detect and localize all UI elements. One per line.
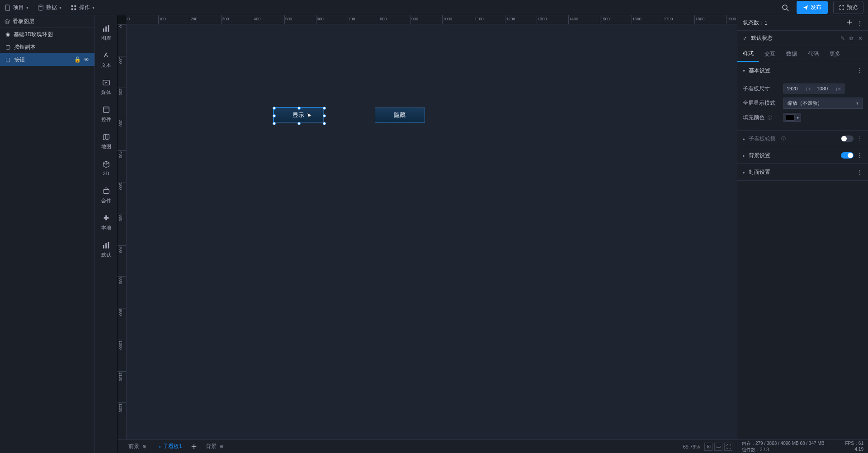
preview-button[interactable]: 预览	[833, 1, 863, 14]
selection-handle[interactable]	[273, 107, 276, 110]
square-icon: ▢	[5, 56, 10, 63]
ruler-tick: 400	[253, 15, 253, 24]
media-icon	[102, 78, 111, 87]
canvas-button-hide[interactable]: 隐藏	[375, 107, 425, 122]
more-icon[interactable]: ⋮	[857, 152, 863, 159]
toggle-background[interactable]	[841, 152, 854, 159]
fillcolor-label: 填充颜色 ⓘ	[743, 114, 783, 121]
default-state-row[interactable]: ✓ 默认状态 ✎ ⧉ ✕	[737, 31, 868, 46]
add-state-button[interactable]	[846, 19, 854, 27]
tab-code[interactable]: 代码	[802, 46, 824, 62]
scene-tabs: 前景 ⊕ ▫ 子看板1 背景 ⊕ 69.79% ⊡ ▭ ⛶	[118, 439, 737, 453]
selection-handle[interactable]	[297, 107, 301, 110]
canvas-button-show[interactable]: 显示	[274, 107, 324, 122]
tool-local[interactable]: 本地	[95, 209, 117, 236]
unlock-icon[interactable]: 🔓	[74, 56, 81, 63]
more-icon[interactable]: ⋮	[857, 169, 863, 175]
ruler-tick: 1200	[118, 402, 126, 403]
selection-handle[interactable]	[323, 114, 326, 117]
height-input[interactable]	[814, 84, 844, 93]
section-header-carousel[interactable]: ▸ 子看板轮播 ⓘ ⋮	[737, 131, 868, 147]
section-cover: ▸ 封面设置 ⋮	[737, 164, 868, 181]
menu-label: 项目	[13, 4, 24, 11]
layer-item[interactable]: ▢ 按钮副本	[0, 41, 94, 53]
tool-text[interactable]: 文本	[95, 46, 117, 73]
chevron-right-icon: ▸	[743, 153, 745, 158]
ruler-tick: 900	[410, 15, 411, 24]
send-icon	[803, 5, 808, 10]
tab-more[interactable]: 更多	[824, 46, 846, 62]
edit-icon[interactable]: ✎	[840, 35, 845, 42]
selection-handle[interactable]	[323, 107, 326, 110]
ruler-tick: 600	[118, 214, 126, 214]
zoom-fullscreen-button[interactable]: ⛶	[724, 443, 732, 451]
canvas-area: 0100200300400500600700800900100011001200…	[118, 15, 737, 453]
color-picker[interactable]: ▾	[783, 113, 801, 122]
publish-label: 发布	[811, 4, 821, 11]
tool-widget[interactable]: 控件	[95, 100, 117, 127]
more-icon[interactable]: ⋮	[857, 135, 863, 142]
width-input[interactable]	[783, 84, 814, 93]
add-icon[interactable]: ⊕	[220, 444, 223, 449]
tool-label: 默认	[101, 252, 111, 258]
selection-handle[interactable]	[323, 122, 326, 125]
version-status: 4.19	[855, 447, 863, 453]
add-icon[interactable]: ⊕	[142, 444, 146, 449]
layer-panel: 看板图层 ◉ 基础3D玫瑰环图 ▢ 按钮副本 ▢ 按钮 🔓 👁	[0, 15, 95, 453]
ruler-tick: 600	[316, 15, 316, 24]
tab-interaction[interactable]: 交互	[759, 46, 781, 62]
section-header-background[interactable]: ▸ 背景设置 ⋮	[737, 147, 868, 163]
search-button[interactable]	[779, 2, 791, 14]
components-status: 组件数：3 / 3	[742, 447, 769, 453]
close-icon[interactable]: ✕	[858, 35, 863, 42]
tool-media[interactable]: 媒体	[95, 73, 117, 100]
selection-handle[interactable]	[273, 114, 276, 117]
ruler-tick: 800	[118, 276, 126, 277]
copy-icon[interactable]: ⧉	[849, 35, 854, 42]
chevron-right-icon: ▸	[743, 170, 745, 175]
zoom-fit-button[interactable]: ⊡	[704, 443, 712, 451]
menu-operations[interactable]: 操作 ▾	[71, 4, 94, 11]
state-more-button[interactable]: ⋮	[857, 20, 863, 26]
section-header-cover[interactable]: ▸ 封面设置 ⋮	[737, 164, 868, 180]
selection-handle[interactable]	[273, 122, 276, 125]
tool-label: 图表	[101, 35, 111, 42]
ruler-vertical: 0100200300400500600700800900100011001200	[118, 24, 127, 439]
section-title: 基本设置	[749, 67, 770, 75]
scene-tab-background[interactable]: 背景 ⊕	[199, 440, 230, 453]
expand-icon	[839, 5, 844, 10]
add-scene-button[interactable]	[189, 444, 199, 450]
tool-label: 地图	[101, 143, 111, 150]
tool-chart[interactable]: 图表	[95, 19, 117, 46]
grid-icon	[71, 5, 77, 11]
preview-label: 预览	[847, 4, 858, 11]
tool-default[interactable]: 默认	[95, 236, 117, 263]
scene-tab-foreground[interactable]: 前景 ⊕	[122, 440, 152, 453]
ruler-tick: 100	[158, 15, 159, 24]
layer-item[interactable]: ◉ 基础3D玫瑰环图	[0, 28, 94, 41]
publish-button[interactable]: 发布	[797, 1, 828, 14]
eye-icon[interactable]: 👁	[84, 56, 89, 63]
selection-handle[interactable]	[297, 122, 301, 125]
scene-tab-subboard[interactable]: ▫ 子看板1	[152, 440, 189, 453]
menu-project[interactable]: 项目 ▾	[5, 4, 28, 11]
tab-style[interactable]: 样式	[737, 46, 759, 62]
menu-data[interactable]: 数据 ▾	[38, 4, 61, 11]
tab-data[interactable]: 数据	[781, 46, 802, 62]
tool-map[interactable]: 地图	[95, 127, 117, 154]
canvas-viewport[interactable]: 显示隐藏	[127, 24, 737, 439]
tool-3d[interactable]: 3D	[95, 154, 117, 182]
svg-rect-16	[108, 242, 109, 248]
section-header-basic[interactable]: ▾ 基本设置 ⋮	[737, 62, 868, 79]
layer-item-selected[interactable]: ▢ 按钮 🔓 👁	[0, 53, 94, 66]
ruler-tick: 1900	[726, 15, 726, 24]
ruler-tick: 900	[118, 308, 126, 308]
state-count-label: 状态数：	[743, 19, 764, 27]
more-icon[interactable]: ⋮	[857, 67, 863, 74]
zoom-actual-button[interactable]: ▭	[714, 443, 722, 451]
tool-kit[interactable]: 套件	[95, 182, 117, 209]
fullscreen-label: 全屏显示模式	[743, 99, 783, 107]
toggle-carousel[interactable]	[841, 135, 854, 142]
fullscreen-select[interactable]: 缩放（不滚动） ▾	[783, 98, 863, 109]
ruler-tick: 1700	[663, 15, 663, 24]
